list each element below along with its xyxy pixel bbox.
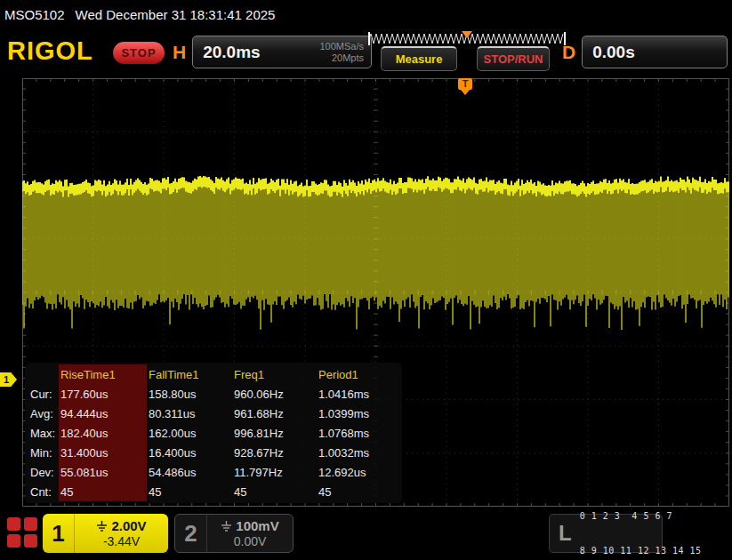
channel1-number: 1 bbox=[43, 514, 75, 553]
digital-channel-list: 0 1 2 3 4 5 6 7 8 9 10 11 12 13 14 15 bbox=[580, 487, 702, 560]
trigger-position-marker[interactable]: T bbox=[458, 78, 472, 95]
measurement-value: 11.797Hz bbox=[232, 462, 317, 482]
menu-icon[interactable] bbox=[7, 517, 37, 548]
digital-row1: 0 1 2 3 4 5 6 7 bbox=[580, 510, 702, 522]
menu-icon-square bbox=[7, 534, 20, 548]
channel1-values: 2.00V -3.44V bbox=[75, 518, 168, 549]
stop-run-button[interactable]: STOP/RUN bbox=[477, 46, 550, 71]
measurement-row-label: Max: bbox=[28, 423, 59, 443]
coupling-ground-icon bbox=[96, 521, 108, 532]
measurement-panel[interactable]: RiseTime1 FallTime1 Freq1 Period1 Cur: 1… bbox=[25, 363, 402, 503]
measurement-value: 45 bbox=[232, 482, 317, 501]
channel1-position-marker[interactable]: 1 bbox=[0, 372, 17, 387]
channel1-badge[interactable]: 1 2.00V -3.44V bbox=[43, 514, 168, 553]
measure-button[interactable]: Measure bbox=[381, 46, 457, 71]
channel2-values: 100mV 0.00V bbox=[207, 518, 293, 549]
menu-icon-square bbox=[7, 517, 20, 531]
waveform-preview-strip[interactable] bbox=[367, 31, 567, 46]
measurement-column-header[interactable]: Period1 bbox=[317, 364, 402, 384]
measurement-value: 177.60us bbox=[59, 384, 147, 404]
datetime: Wed December 31 18:31:41 2025 bbox=[76, 7, 276, 22]
measurement-value: 31.400us bbox=[59, 443, 147, 462]
sample-rate: 100MSa/s bbox=[319, 41, 364, 52]
channel1-scale: 2.00V bbox=[111, 518, 146, 534]
measurement-column-header[interactable]: RiseTime1 bbox=[59, 364, 147, 384]
measurement-value: 928.67Hz bbox=[232, 443, 317, 462]
measurement-value: 16.400us bbox=[147, 443, 232, 462]
measurement-corner bbox=[28, 364, 59, 384]
measurement-value: 80.311us bbox=[147, 404, 232, 423]
measurement-row-label: Cnt: bbox=[28, 482, 59, 501]
measurement-row-label: Min: bbox=[28, 443, 59, 462]
measurement-value: 1.0768ms bbox=[317, 423, 402, 443]
model-name: MSO5102 bbox=[4, 7, 65, 22]
measurement-value: 1.0399ms bbox=[317, 404, 402, 423]
measurement-row-label: Cur: bbox=[28, 384, 59, 404]
channel2-badge[interactable]: 2 100mV 0.00V bbox=[174, 514, 294, 553]
timebase-box[interactable]: 20.0ms 100MSa/s 20Mpts bbox=[192, 36, 372, 68]
measurement-value: 182.40us bbox=[59, 423, 147, 443]
measurement-value: 94.444us bbox=[59, 404, 147, 423]
measurement-value: 45 bbox=[147, 482, 232, 501]
oscilloscope-screen: MSO5102 Wed December 31 18:31:41 2025 RI… bbox=[0, 0, 732, 560]
channel2-scale: 100mV bbox=[236, 518, 278, 534]
trigger-flag: T bbox=[458, 78, 472, 90]
measurement-value: 45 bbox=[59, 482, 147, 501]
measurement-value: 54.486us bbox=[147, 462, 232, 482]
measurement-value: 1.0416ms bbox=[317, 384, 402, 404]
delay-value: 0.00s bbox=[592, 43, 635, 62]
menu-icon-square bbox=[24, 534, 37, 548]
measurement-value: 961.68Hz bbox=[232, 404, 317, 423]
rigol-logo: RIGOL bbox=[7, 36, 93, 66]
h-label: H bbox=[173, 42, 186, 63]
measurement-value: 55.081us bbox=[59, 462, 147, 482]
measurement-value: 162.00us bbox=[147, 423, 232, 443]
menu-icon-square bbox=[24, 517, 37, 531]
channel2-number: 2 bbox=[175, 514, 207, 553]
trigger-pointer-icon bbox=[461, 90, 470, 95]
measurement-row-label: Dev: bbox=[28, 462, 59, 482]
d-label: D bbox=[562, 42, 575, 63]
digital-row2: 8 9 10 11 12 13 14 15 bbox=[580, 545, 702, 556]
digital-label: L bbox=[559, 521, 572, 546]
channel1-offset: -3.44V bbox=[103, 534, 140, 549]
memory-depth: 20Mpts bbox=[319, 52, 364, 64]
horizontal-timebase-control[interactable]: H 20.0ms 100MSa/s 20Mpts bbox=[173, 36, 372, 68]
timebase-value: 20.0ms bbox=[203, 43, 260, 62]
measurement-value: 12.692us bbox=[317, 462, 402, 482]
measurement-value: 960.06Hz bbox=[232, 384, 317, 404]
delay-control[interactable]: D 0.00s bbox=[562, 36, 728, 68]
coupling-ground-icon bbox=[221, 521, 232, 532]
digital-channels-badge[interactable]: L 0 1 2 3 4 5 6 7 8 9 10 11 12 13 14 15 bbox=[549, 514, 663, 553]
measurement-row-label: Avg: bbox=[28, 404, 59, 423]
status-bar: MSO5102 Wed December 31 18:31:41 2025 bbox=[0, 0, 732, 28]
measurement-column-header[interactable]: Freq1 bbox=[232, 364, 317, 384]
measurement-value: 158.80us bbox=[147, 384, 232, 404]
measurement-value: 996.81Hz bbox=[232, 423, 317, 443]
measurement-column-header[interactable]: FallTime1 bbox=[147, 364, 232, 384]
measurement-value: 45 bbox=[317, 482, 402, 501]
acquisition-info: 100MSa/s 20Mpts bbox=[319, 41, 364, 64]
delay-box[interactable]: 0.00s bbox=[582, 36, 728, 68]
channel2-offset: 0.00V bbox=[234, 534, 267, 549]
run-state-badge[interactable]: STOP bbox=[113, 42, 165, 64]
measurement-value: 1.0032ms bbox=[317, 443, 402, 462]
